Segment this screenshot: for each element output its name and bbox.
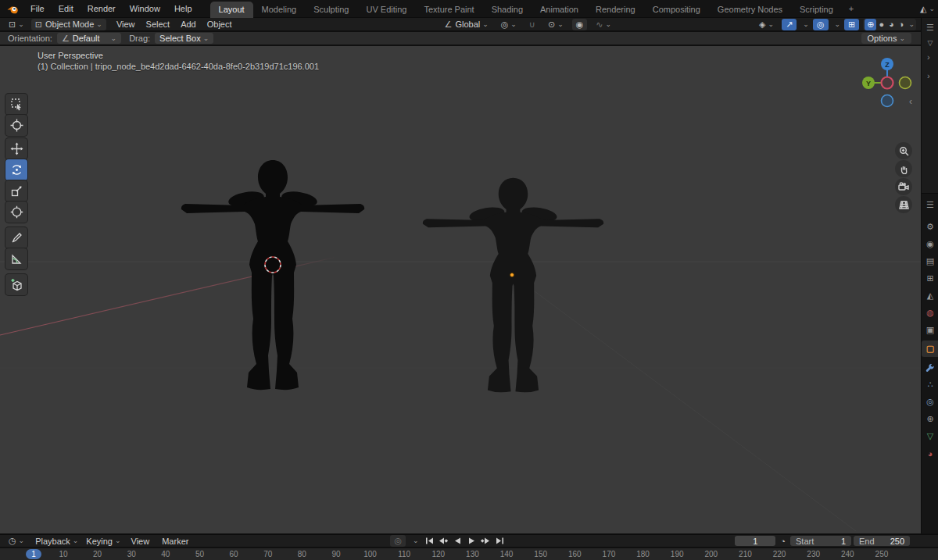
snap-target-dropdown[interactable]: ⊙ ⌄ [544,19,567,30]
workspace-tab[interactable]: Rendering [587,2,644,18]
tool-settings-bar: Orientation: ∠ Default ⌄ Drag: Select Bo… [0,32,938,45]
xray-toggle[interactable]: ⊞ [844,19,859,30]
viewport-projection-button[interactable] [895,196,912,213]
viewport-zoom-button[interactable] [895,142,912,159]
current-frame-field[interactable]: 1 [735,536,775,546]
ptab-physics[interactable]: ◎ [922,394,938,410]
workspace-tab[interactable]: Scripting [791,2,842,18]
panel-expand-arrow[interactable]: › [927,71,930,80]
mode-dropdown[interactable]: ⊡ Object Mode ⌄ [31,19,106,30]
ptab-scene[interactable]: ◭ [922,287,938,304]
topbar-menu[interactable]: File [23,0,52,18]
timeline-marker-menu[interactable]: Marker [156,537,195,546]
transform-orientation-dropdown[interactable]: ∠ Global ⌄ [441,19,492,30]
shading-rendered-button[interactable]: ◑ [897,19,907,30]
ptab-constraints[interactable]: ⊕ [922,411,938,427]
tool-select-box[interactable] [5,94,27,115]
add-workspace-button[interactable]: + [842,1,861,17]
topbar-menu[interactable]: Render [81,0,123,18]
drag-label: Drag: [121,34,155,43]
workspace-tab[interactable]: Geometry Nodes [709,2,791,18]
tool-cursor[interactable] [5,115,27,136]
topbar-menu[interactable]: Help [167,0,199,18]
tool-scale[interactable] [5,180,27,202]
tool-transform[interactable] [5,202,27,223]
sidebar-collapse-arrow[interactable]: ‹ [909,96,912,107]
properties-editor-icon[interactable]: ☰ [922,197,938,212]
workspace-tab[interactable]: Texture Paint [415,2,482,18]
pivot-point-dropdown[interactable]: ◎ ⌄ [497,19,521,30]
ptab-data[interactable]: ▽ [922,428,938,444]
play-reverse-button[interactable] [452,536,464,546]
next-keyframe-button[interactable] [480,536,492,546]
ptab-material[interactable]: ◕ [922,445,938,462]
proportional-editing-toggle[interactable]: ◉ [572,19,588,30]
tool-add-cube[interactable] [5,274,27,295]
workspace-tab[interactable]: Animation [532,2,587,18]
viewport-menu[interactable]: View [111,20,141,29]
outliner-filter-icon[interactable]: ▽ [922,35,938,51]
outliner-editor-icon[interactable]: ☰ [922,20,938,35]
tool-annotate[interactable] [5,227,27,248]
shading-wireframe-button[interactable]: ⊕ [865,19,876,30]
ptab-render[interactable]: ◉ [922,236,938,252]
topbar-menu[interactable]: Window [123,0,167,18]
viewport-camera-button[interactable] [895,178,912,195]
start-frame-field[interactable]: Start 1 [790,536,851,546]
show-object-types-dropdown[interactable]: ◈ ⌄ [755,19,778,30]
workspace-tab[interactable]: Sculpting [305,2,357,18]
orientation-default-dropdown[interactable]: ∠ Default ⌄ [57,33,121,44]
topbar-menu[interactable]: Edit [52,0,81,18]
snap-toggle[interactable]: ∪ [525,19,539,30]
jump-to-end-button[interactable] [494,536,506,546]
gizmos-toggle[interactable]: ↗ [782,19,797,30]
keying-dropdown[interactable]: Keying ⌄ [82,535,124,547]
play-button[interactable] [466,536,478,546]
ptab-modifiers[interactable] [922,359,938,376]
solid-shading-icon: ● [879,20,884,29]
timeline-ruler[interactable]: 1020304050607080901001101201301401501601… [0,548,938,560]
workspace-tab[interactable]: UV Editing [357,2,415,18]
ptab-view-layer[interactable]: ⊞ [922,270,938,287]
timeline-editor-selector[interactable]: ◷ ⌄ [5,535,28,547]
stopwatch-icon[interactable]: ◔ [780,537,786,546]
sync-toggle[interactable]: ◎ [390,535,406,547]
jump-to-start-button[interactable] [424,536,435,546]
panel-expand-arrow[interactable]: › [927,52,930,62]
tool-rotate[interactable] [5,159,27,180]
playback-dropdown[interactable]: Playback ⌄ [31,535,82,547]
shading-solid-button[interactable]: ● [876,19,886,30]
prev-keyframe-button[interactable] [438,536,449,546]
scene-selector-icon[interactable]: ◭ [920,5,926,13]
viewport-menu[interactable]: Select [141,20,176,29]
viewport-3d[interactable]: User Perspective (1) Collection | tripo_… [0,46,921,533]
overlays-toggle[interactable]: ◎ [813,19,829,30]
workspace-tab[interactable]: Modeling [253,2,306,18]
ptab-object[interactable]: ▢ [922,341,938,357]
ptab-output[interactable]: ▤ [922,253,938,269]
timeline-view-menu[interactable]: View [125,537,156,546]
navigation-gizmo[interactable]: Z Y [858,54,916,112]
viewport-pan-button[interactable] [895,160,912,177]
viewport-menu[interactable]: Add [175,20,202,29]
chevron-down-icon: ⌄ [203,35,209,42]
current-frame-indicator[interactable]: 1 [26,549,41,559]
proportional-falloff-dropdown[interactable]: ∿ ⌄ [592,19,615,30]
end-frame-field[interactable]: End 250 [854,536,910,546]
workspace-tab[interactable]: Compositing [644,2,709,18]
editor-type-selector[interactable]: ⊡ ⌄ [5,19,28,30]
tool-measure[interactable] [5,248,27,269]
options-dropdown[interactable]: Options ⌄ [861,33,911,44]
ptab-particles[interactable]: ∴ [922,376,938,393]
workspace-tab[interactable]: Shading [483,2,532,18]
ptab-tool[interactable]: ⚙ [922,219,938,235]
viewport-menu[interactable]: Object [202,20,238,29]
floor-grid-diagonal [516,277,856,531]
tool-move[interactable] [5,138,27,159]
drag-mode-dropdown[interactable]: Select Box ⌄ [155,33,213,44]
ptab-world[interactable]: ◍ [922,305,938,321]
workspace-tab[interactable]: Layout [210,2,253,18]
character-mesh-right [423,178,603,393]
shading-material-button[interactable]: ◕ [886,19,897,30]
ptab-collection[interactable]: ▣ [922,322,938,338]
